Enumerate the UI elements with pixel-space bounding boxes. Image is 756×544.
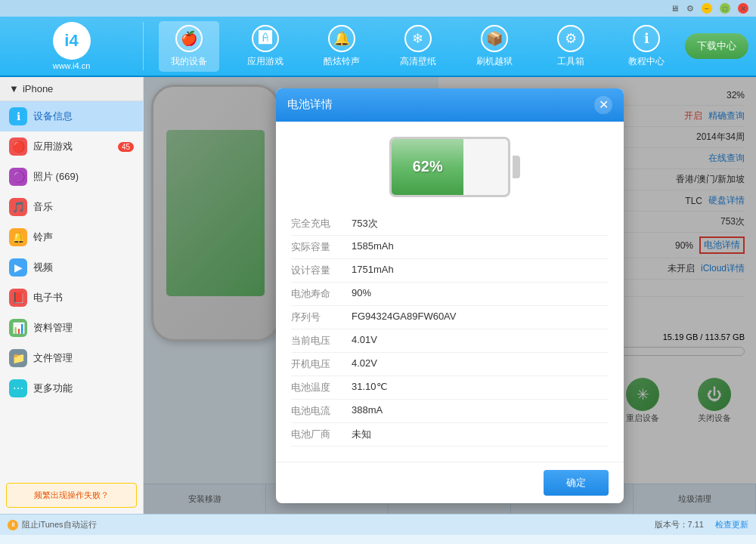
header: i4 www.i4.cn 🍎 我的设备 🅰 应用游戏 🔔 酷炫铃声 ❄ 高清壁纸… [0, 17, 756, 77]
topbar-win-min[interactable]: − [702, 3, 712, 14]
dialog-row-actual-capacity: 实际容量 1585mAh [291, 236, 609, 259]
ringtone-icon: 🔔 [9, 228, 27, 246]
ebook-icon: 📕 [9, 289, 27, 307]
key-battery-life: 电池寿命 [291, 287, 352, 301]
key-voltage: 当前电压 [291, 334, 352, 348]
topbar-win-max[interactable]: □ [720, 3, 730, 14]
app-game-icon: 🔴 [9, 138, 27, 156]
val-full-charge: 753次 [352, 217, 378, 230]
sidebar-item-ringtone[interactable]: 🔔 铃声 [0, 222, 143, 252]
check-update-btn[interactable]: 检查更新 [715, 519, 748, 530]
dialog-table: 完全充电 753次 实际容量 1585mAh 设计容量 1751mAh 电池 [291, 212, 609, 447]
dialog-row-temperature: 电池温度 31.10℃ [291, 376, 609, 400]
sidebar-item-video[interactable]: ▶ 视频 [0, 252, 143, 283]
nav-item-app-game[interactable]: 🅰 应用游戏 [235, 21, 296, 72]
download-center-button[interactable]: 下载中心 [685, 33, 748, 59]
trouble-btn[interactable]: 频繁出现操作失败？ [6, 483, 137, 508]
sidebar-label-app-game: 应用游戏 [33, 140, 73, 153]
sidebar-label-more: 更多功能 [33, 382, 73, 395]
battery-visual: 62% [291, 137, 609, 197]
nav-bar: 🍎 我的设备 🅰 应用游戏 🔔 酷炫铃声 ❄ 高清壁纸 📦 刷机越狱 ⚙ 工具箱… [151, 21, 685, 72]
key-manufacturer: 电池厂商 [291, 428, 352, 441]
val-design-capacity: 1751mAh [352, 264, 394, 277]
key-full-charge: 完全充电 [291, 217, 352, 230]
nav-label-my-device: 我的设备 [171, 55, 207, 68]
nav-icon-tutorial: ℹ [633, 25, 660, 52]
battery-percent-display: 62% [413, 158, 443, 175]
sidebar-item-data-mgmt[interactable]: 📊 资料管理 [0, 313, 143, 343]
status-circle-icon: ⏸ [8, 520, 18, 530]
val-serial: FG94324GA89FW60AV [352, 311, 457, 324]
topbar-icon1[interactable]: 🖥 [671, 4, 679, 13]
sidebar-label-photos: 照片 (669) [33, 170, 79, 184]
topbar-icon2[interactable]: ⚙ [686, 4, 694, 14]
logo-text: i4 [64, 31, 78, 51]
val-temperature: 31.10℃ [352, 381, 388, 394]
main-area: ▼ iPhone ℹ 设备信息 🔴 应用游戏 45 🟣 照片 (669) 🎵 音… [0, 77, 756, 514]
confirm-button[interactable]: 确定 [544, 470, 609, 496]
battery-tip [513, 156, 520, 178]
sidebar-item-file-mgmt[interactable]: 📁 文件管理 [0, 343, 143, 373]
music-icon: 🎵 [9, 198, 27, 216]
nav-item-jailbreak[interactable]: 📦 刷机越狱 [464, 21, 525, 72]
battery-outer: 62% [389, 137, 510, 197]
nav-label-toolbox: 工具箱 [557, 55, 584, 68]
nav-item-wallpaper[interactable]: ❄ 高清壁纸 [388, 21, 448, 72]
video-icon: ▶ [9, 258, 27, 277]
sidebar-item-ebook[interactable]: 📕 电子书 [0, 283, 143, 313]
val-voltage: 4.01V [352, 334, 377, 348]
sidebar-item-photos[interactable]: 🟣 照片 (669) [0, 162, 143, 192]
sidebar-label-data-mgmt: 资料管理 [33, 321, 73, 335]
status-left-label: 阻止iTunes自动运行 [22, 519, 97, 530]
sidebar-label-ebook: 电子书 [33, 291, 63, 304]
nav-item-tutorial[interactable]: ℹ 教程中心 [616, 21, 677, 72]
battery-fill: 62% [392, 139, 463, 195]
device-header: ▼ iPhone [0, 77, 143, 101]
sidebar-item-music[interactable]: 🎵 音乐 [0, 192, 143, 222]
dialog-title: 电池详情 [287, 97, 333, 112]
status-left: ⏸ 阻止iTunes自动运行 [8, 519, 97, 530]
sidebar-label-video: 视频 [33, 261, 53, 274]
nav-icon-jailbreak: 📦 [481, 25, 508, 52]
val-boot-voltage: 4.02V [352, 357, 377, 371]
nav-item-my-device[interactable]: 🍎 我的设备 [159, 21, 219, 72]
nav-icon-toolbox: ⚙ [557, 25, 584, 52]
sidebar-item-app-game[interactable]: 🔴 应用游戏 45 [0, 131, 143, 162]
key-boot-voltage: 开机电压 [291, 357, 352, 371]
sidebar-item-more[interactable]: ⋯ 更多功能 [0, 373, 143, 403]
logo-circle: i4 [53, 22, 91, 60]
sidebar: ▼ iPhone ℹ 设备信息 🔴 应用游戏 45 🟣 照片 (669) 🎵 音… [0, 77, 144, 514]
dialog-row-manufacturer: 电池厂商 未知 [291, 423, 609, 447]
logo-area: i4 www.i4.cn [8, 22, 144, 70]
sidebar-item-device-info[interactable]: ℹ 设备信息 [0, 101, 143, 131]
nav-item-toolbox[interactable]: ⚙ 工具箱 [541, 21, 601, 72]
nav-label-tutorial: 教程中心 [628, 55, 665, 68]
dialog-overlay: 电池详情 ✕ 62% [144, 77, 756, 514]
dialog-close-button[interactable]: ✕ [594, 96, 612, 114]
app-game-badge: 45 [118, 142, 134, 152]
topbar-win-close[interactable]: ✕ [738, 3, 748, 14]
statusbar: ⏸ 阻止iTunes自动运行 版本号：7.11 检查更新 [0, 514, 756, 535]
dialog-header: 电池详情 ✕ [276, 88, 624, 122]
dialog-row-battery-life: 电池寿命 90% [291, 283, 609, 306]
dialog-row-full-charge: 完全充电 753次 [291, 212, 609, 236]
sidebar-label-file-mgmt: 文件管理 [33, 351, 73, 365]
more-icon: ⋯ [9, 379, 27, 397]
data-mgmt-icon: 📊 [9, 319, 27, 337]
dialog-row-design-capacity: 设计容量 1751mAh [291, 259, 609, 283]
key-temperature: 电池温度 [291, 381, 352, 394]
file-mgmt-icon: 📁 [9, 349, 27, 367]
key-design-capacity: 设计容量 [291, 264, 352, 277]
topbar: 🖥 ⚙ − □ ✕ [0, 0, 756, 17]
key-current: 电池电流 [291, 404, 352, 418]
nav-label-app-game: 应用游戏 [247, 55, 284, 68]
dialog-footer: 确定 [276, 462, 624, 503]
nav-item-ringtone[interactable]: 🔔 酷炫铃声 [311, 21, 372, 72]
photos-icon: 🟣 [9, 168, 27, 186]
battery-detail-dialog: 电池详情 ✕ 62% [276, 88, 624, 503]
nav-icon-app-game: 🅰 [252, 25, 279, 52]
key-serial: 序列号 [291, 311, 352, 324]
nav-icon-ringtone: 🔔 [328, 25, 355, 52]
key-actual-capacity: 实际容量 [291, 240, 352, 254]
dialog-row-current: 电池电流 388mA [291, 400, 609, 423]
